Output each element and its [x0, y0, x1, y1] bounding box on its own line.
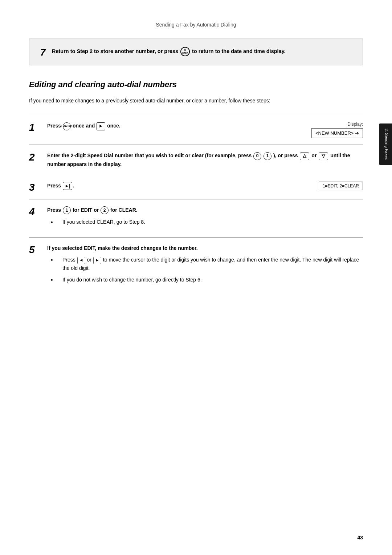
step3-number: 3: [29, 182, 40, 193]
stop-button-icon: ⊙STOP: [180, 47, 190, 56]
step1-once2: once.: [107, 123, 121, 129]
key-2-clear-button: 2: [101, 206, 109, 214]
step5-bullet1: Press ◄ or ► to move the cursor to the d…: [51, 256, 363, 272]
step-row-2: 2 Enter the 2-digit Speed Dial number th…: [29, 145, 363, 175]
step-row-4: 4 Press 1 for EDIT or 2 for CLEAR. If yo…: [29, 199, 363, 237]
step-row-3: 3 Press ►|. 1=EDIT, 2=CLEAR: [29, 175, 363, 199]
key-1-button: 1: [264, 152, 271, 160]
page-header: Sending a Fax by Automatic Dialing: [29, 22, 363, 28]
step2-content: Enter the 2-digit Speed Dial number that…: [47, 151, 363, 168]
page-number: 43: [357, 535, 363, 540]
step3-content: Press ►|.: [47, 182, 290, 190]
step1-display-box: <NEW NUMBER> ➔: [311, 128, 363, 138]
step5-bullet1-text: Press ◄ or ► to move the cursor to the d…: [62, 256, 363, 272]
step5-bullets: Press ◄ or ► to move the cursor to the d…: [47, 256, 363, 284]
enter-button-icon: ►|: [63, 182, 72, 190]
step7-content: Return to Step 2 to store another number…: [52, 47, 286, 56]
key-0-button: 0: [253, 152, 261, 160]
step3-display-box: 1=EDIT, 2=CLEAR: [319, 182, 363, 190]
step1-once1: once and: [73, 123, 96, 129]
step4-bullets: If you selected CLEAR, go to Step 8.: [47, 218, 363, 227]
arrow-right-button-icon: ►: [97, 122, 105, 130]
scroll-down-icon: ▽: [319, 152, 328, 160]
step4-bullet1-text: If you selected CLEAR, go to Step 8.: [62, 218, 145, 227]
step7-number: 7: [40, 48, 48, 57]
step4-bullet1: If you selected CLEAR, go to Step 8.: [51, 218, 363, 227]
step1-content: Press FUNCTION once and ► once.: [47, 122, 290, 130]
step-row-5: 5 If you selected EDIT, make the desired…: [29, 237, 363, 295]
step5-bullet2-text: If you do not wish to change the number,…: [62, 276, 202, 285]
step1-display-label: Display:: [298, 122, 363, 127]
cursor-left-icon: ◄: [77, 257, 85, 264]
step5-number: 5: [29, 244, 40, 255]
section-intro: If you need to make changes to a previou…: [29, 97, 363, 105]
step1-number: 1: [29, 122, 40, 133]
cursor-right-icon: ►: [93, 257, 101, 264]
step5-content: If you selected EDIT, make the desired c…: [47, 244, 363, 288]
key-1-edit-button: 1: [63, 206, 71, 214]
step7-box: 7 Return to Step 2 to store another numb…: [29, 39, 363, 65]
step4-number: 4: [29, 206, 40, 217]
step1-display: Display: <NEW NUMBER> ➔: [298, 122, 363, 138]
function-button-icon: FUNCTION: [63, 122, 71, 130]
step5-bullet2: If you do not wish to change the number,…: [51, 276, 363, 285]
step2-number: 2: [29, 151, 40, 162]
scroll-up-icon: △: [300, 152, 309, 160]
step-row-1: 1 Press FUNCTION once and ► once. Displa…: [29, 115, 363, 145]
step3-display: 1=EDIT, 2=CLEAR: [298, 182, 363, 190]
page-wrapper: Sending a Fax by Automatic Dialing 7 Ret…: [0, 0, 392, 555]
step4-content: Press 1 for EDIT or 2 for CLEAR. If you …: [47, 206, 363, 231]
section-heading: Editing and clearing auto-dial numbers: [29, 80, 363, 89]
header-title: Sending a Fax by Automatic Dialing: [156, 22, 236, 28]
